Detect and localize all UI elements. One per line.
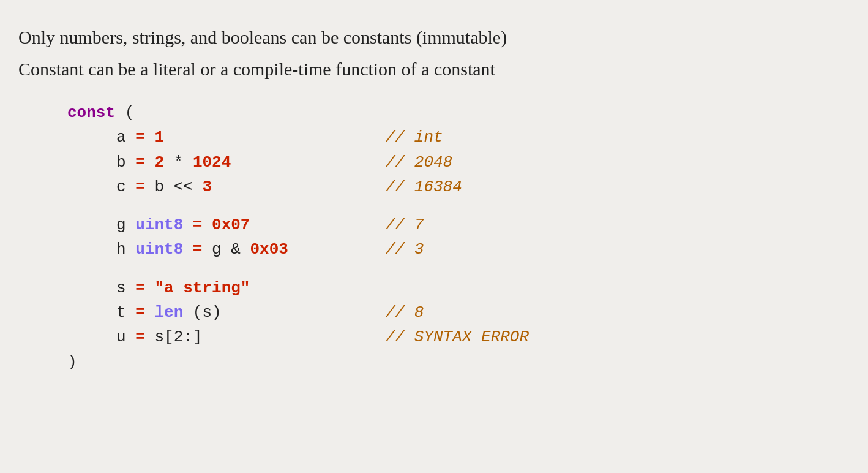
code-line-a: a = 1 // int: [116, 125, 850, 149]
spacer-2: [67, 262, 850, 276]
code-const-open: const (: [67, 100, 850, 125]
keyword-const: const: [67, 104, 115, 122]
code-line-h: h uint8 = g & 0x03 // 3: [116, 237, 850, 262]
code-line-u: u = s[2:] // SYNTAX ERROR: [116, 325, 850, 349]
code-line-b: b = 2 * 1024 // 2048: [116, 150, 850, 175]
comment-t: // 8: [386, 300, 424, 325]
comment-g: // 7: [386, 213, 424, 237]
code-const-close: ): [67, 350, 850, 374]
code-block: const ( a = 1 // int b = 2 * 1024 // 204…: [67, 100, 850, 374]
prose-line-1: Only numbers, strings, and booleans can …: [18, 25, 850, 50]
code-line-c: c = b << 3 // 16384: [116, 175, 850, 199]
spacer-1: [67, 199, 850, 213]
code-line-s: s = "a string": [116, 276, 850, 300]
code-line-g: g uint8 = 0x07 // 7: [116, 213, 850, 237]
comment-a: // int: [386, 125, 443, 149]
code-line-t: t = len (s) // 8: [116, 300, 850, 325]
comment-b: // 2048: [386, 150, 452, 175]
comment-h: // 3: [386, 237, 424, 262]
comment-u: // SYNTAX ERROR: [386, 325, 529, 349]
prose-line-2: Constant can be a literal or a compile-t…: [18, 56, 850, 82]
comment-c: // 16384: [386, 175, 462, 199]
